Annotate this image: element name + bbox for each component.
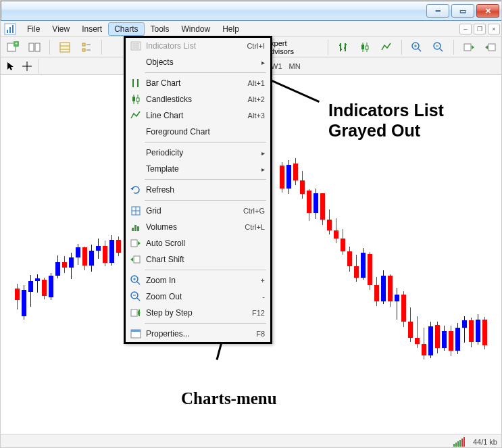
menu-item-step-by-step[interactable]: Step by StepF12 bbox=[126, 305, 270, 321]
menu-item-foreground-chart[interactable]: Foreground Chart bbox=[126, 124, 270, 140]
menu-item-label: Indicators List bbox=[143, 41, 247, 51]
menu-item-shortcut: Ctrl+G bbox=[243, 207, 265, 215]
svg-rect-8 bbox=[35, 43, 40, 51]
candlestick bbox=[42, 75, 47, 434]
close-button[interactable]: ✕ bbox=[476, 4, 499, 18]
new-chart-button[interactable]: + bbox=[5, 39, 21, 55]
candlestick bbox=[320, 75, 325, 434]
svg-rect-36 bbox=[464, 44, 471, 51]
candlestick bbox=[449, 75, 453, 434]
timeframe-mn[interactable]: MN bbox=[286, 62, 303, 70]
menu-item-properties[interactable]: Properties...F8 bbox=[126, 326, 270, 342]
candlestick bbox=[89, 75, 94, 434]
menu-view[interactable]: View bbox=[46, 22, 76, 36]
svg-rect-7 bbox=[29, 43, 34, 51]
svg-rect-50 bbox=[132, 97, 135, 101]
app-icon bbox=[3, 22, 17, 36]
bar-chart-button[interactable] bbox=[335, 39, 351, 55]
menu-separator bbox=[145, 179, 266, 180]
menu-item-label: Refresh bbox=[143, 185, 265, 195]
minimize-button[interactable]: ━ bbox=[426, 4, 449, 18]
candlestick bbox=[82, 75, 87, 434]
menubar: FileViewInsertChartsToolsWindowHelp – ❐ … bbox=[1, 21, 502, 37]
blank-icon bbox=[128, 146, 143, 159]
candlestick bbox=[293, 75, 298, 434]
menu-item-label: Properties... bbox=[143, 329, 256, 339]
menu-item-line-chart[interactable]: Line ChartAlt+3 bbox=[126, 107, 270, 124]
menu-help[interactable]: Help bbox=[216, 22, 245, 36]
candlestick bbox=[462, 75, 467, 434]
menu-item-shortcut: F12 bbox=[252, 309, 265, 317]
menu-item-periodicity[interactable]: Periodicity bbox=[126, 145, 270, 161]
properties-icon bbox=[128, 327, 143, 341]
zoom-in-button[interactable] bbox=[409, 39, 425, 55]
chartshift-icon bbox=[128, 253, 143, 266]
svg-rect-3 bbox=[12, 25, 14, 33]
candlestick bbox=[96, 75, 101, 434]
menu-item-shortcut: Ctrl+L bbox=[245, 223, 265, 231]
svg-rect-52 bbox=[136, 98, 139, 101]
connection-rate: 44/1 kb bbox=[473, 438, 497, 446]
candlestick bbox=[455, 75, 460, 434]
zoom-out-button[interactable] bbox=[430, 39, 447, 55]
menu-item-label: Template bbox=[143, 164, 257, 174]
svg-rect-9 bbox=[60, 43, 70, 52]
menu-insert[interactable]: Insert bbox=[76, 22, 108, 36]
menu-item-label: Volumes bbox=[143, 222, 245, 232]
mdi-close-button[interactable]: × bbox=[488, 24, 500, 34]
menu-item-shortcut: + bbox=[261, 276, 265, 284]
menu-item-chart-shift[interactable]: Chart Shift bbox=[126, 251, 270, 268]
menu-tools[interactable]: Tools bbox=[145, 22, 176, 36]
svg-marker-61 bbox=[138, 241, 141, 245]
menu-item-candlesticks[interactable]: CandlesticksAlt+2 bbox=[126, 91, 270, 107]
mdi-minimize-button[interactable]: – bbox=[459, 24, 472, 34]
market-watch-button[interactable] bbox=[57, 39, 73, 55]
navigator-button[interactable] bbox=[78, 39, 95, 55]
annotation-charts-menu: Charts-menu bbox=[181, 389, 277, 409]
menu-separator bbox=[145, 200, 266, 201]
menu-item-zoom-out[interactable]: Zoom Out- bbox=[126, 289, 270, 305]
candlestick bbox=[69, 75, 74, 434]
annotation-indicators-grayed: Indicators List Grayed Out bbox=[328, 101, 444, 141]
mdi-restore-button[interactable]: ❐ bbox=[474, 24, 486, 34]
blank-icon bbox=[128, 162, 143, 176]
menu-window[interactable]: Window bbox=[176, 22, 217, 36]
menu-item-label: Foreground Chart bbox=[143, 127, 265, 136]
menu-item-bar-chart[interactable]: Bar ChartAlt+1 bbox=[126, 75, 270, 91]
menu-item-objects[interactable]: Objects bbox=[126, 54, 270, 70]
candlestick bbox=[300, 75, 305, 434]
svg-marker-39 bbox=[485, 45, 488, 49]
line-chart-button[interactable] bbox=[378, 39, 395, 55]
svg-line-65 bbox=[137, 282, 140, 284]
menu-item-auto-scroll[interactable]: Auto Scroll bbox=[126, 235, 270, 251]
maximize-button[interactable]: ▭ bbox=[451, 4, 474, 18]
menu-separator bbox=[145, 270, 266, 270]
svg-marker-63 bbox=[130, 257, 133, 262]
menu-item-label: Objects bbox=[143, 57, 257, 67]
autoscroll-button[interactable] bbox=[461, 39, 477, 55]
menu-charts[interactable]: Charts bbox=[108, 22, 144, 36]
candlestick bbox=[280, 75, 284, 434]
svg-rect-12 bbox=[82, 43, 85, 46]
titlebar: ━ ▭ ✕ bbox=[1, 1, 502, 21]
menu-item-indicators-list: Indicators ListCtrl+I bbox=[126, 38, 270, 54]
chartshift-button[interactable] bbox=[482, 39, 499, 55]
candlestick bbox=[109, 75, 114, 434]
crosshair-button[interactable] bbox=[21, 60, 33, 72]
cursor-button[interactable] bbox=[5, 60, 17, 72]
menu-item-zoom-in[interactable]: Zoom In+ bbox=[126, 272, 270, 289]
candlestick bbox=[76, 75, 80, 434]
menu-file[interactable]: File bbox=[21, 22, 46, 36]
menu-item-grid[interactable]: GridCtrl+G bbox=[126, 203, 270, 219]
refresh-icon bbox=[128, 183, 143, 197]
svg-rect-60 bbox=[131, 240, 137, 247]
svg-line-34 bbox=[440, 49, 443, 51]
menu-item-refresh[interactable]: Refresh bbox=[126, 182, 270, 198]
svg-rect-26 bbox=[361, 45, 364, 49]
profiles-button[interactable] bbox=[26, 39, 43, 55]
menu-item-template[interactable]: Template bbox=[126, 161, 270, 177]
candlesticks-icon bbox=[128, 93, 143, 106]
svg-rect-28 bbox=[366, 46, 368, 49]
candle-chart-button[interactable] bbox=[357, 39, 373, 55]
menu-item-volumes[interactable]: VolumesCtrl+L bbox=[126, 219, 270, 235]
